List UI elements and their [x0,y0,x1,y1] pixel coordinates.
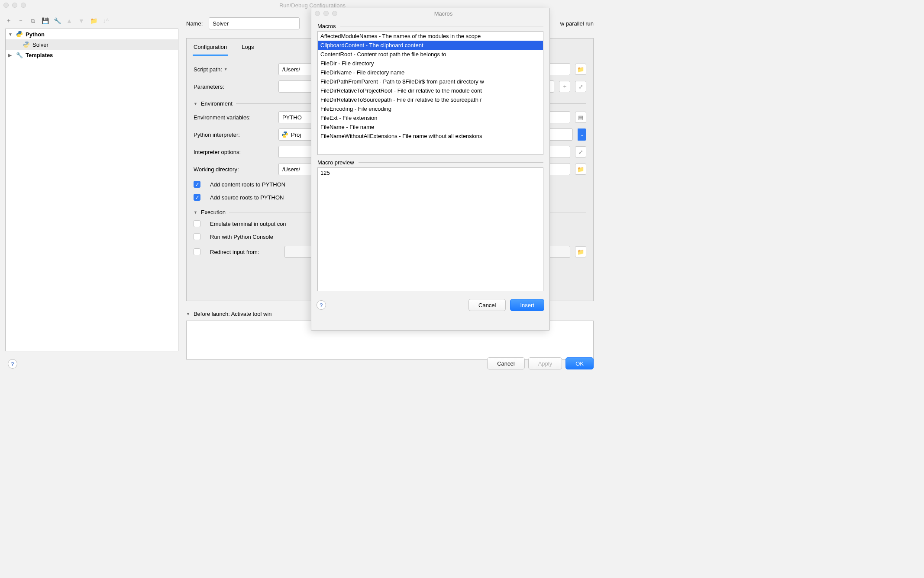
add-icon[interactable]: ＋ [5,17,12,24]
tree-node-solver[interactable]: Solver [6,39,178,50]
sort-icon[interactable]: ↓ᴬ [102,17,109,24]
redirect-label: Redirect input from: [210,249,279,255]
ok-button[interactable]: OK [565,357,594,369]
traffic-lights[interactable] [3,3,26,8]
workdir-label: Working directory: [194,166,273,173]
wrench-icon: 🔧 [16,52,23,58]
script-path-label: Script path: [194,66,222,73]
add-source-checkbox[interactable]: ✓ [194,194,200,201]
add-content-checkbox[interactable]: ✓ [194,181,200,188]
run-console-label: Run with Python Console [210,234,273,240]
copy-icon[interactable]: ⧉ [29,17,36,24]
tree-solver-label: Solver [32,42,48,48]
macro-preview: 125 [317,167,543,291]
up-icon[interactable]: ▲ [66,17,73,24]
macros-dialog: Macros Macros AffectedModuleNames - The … [311,8,550,331]
macro-item[interactable]: ContentRoot - Content root path the file… [318,50,543,59]
macro-item[interactable]: FileDir - File directory [318,59,543,68]
macro-item[interactable]: FileName - File name [318,122,543,132]
macro-item[interactable]: FileEncoding - File encoding [318,104,543,113]
svg-point-0 [18,32,19,32]
folder-icon[interactable]: 📁 [90,17,97,24]
chevron-down-icon: ▼ [186,312,190,316]
macro-preview-label: Macro preview [317,159,354,166]
add-macro-icon[interactable]: ＋ [559,81,570,92]
svg-point-1 [20,36,21,37]
chevron-down-icon: ▼ [224,67,228,71]
emulate-label: Emulate terminal in output con [210,221,286,227]
help-icon[interactable]: ? [317,300,326,310]
traffic-lights[interactable] [315,11,337,16]
tree-templates-label: Templates [26,52,53,58]
apply-button[interactable]: Apply [528,357,562,369]
tab-logs[interactable]: Logs [241,39,255,56]
add-content-label: Add content roots to PYTHON [210,181,285,188]
add-source-label: Add source roots to PYTHON [210,194,284,201]
macros-insert-button[interactable]: Insert [510,299,544,311]
macro-item[interactable]: FileExt - File extension [318,113,543,122]
expand-icon[interactable]: ⤢ [575,146,586,157]
wrench-icon[interactable]: 🔧 [54,17,61,24]
save-icon[interactable]: 💾 [42,17,48,24]
close-dot[interactable] [315,11,320,16]
close-dot[interactable] [3,3,9,8]
chevron-down-icon: ▼ [194,210,197,215]
emulate-checkbox[interactable] [194,220,200,227]
chevron-down-icon[interactable]: ▼ [8,32,13,37]
python-icon [23,41,30,48]
macros-title: Macros [337,10,549,17]
macros-list[interactable]: AffectedModuleNames - The names of the m… [317,31,543,155]
macro-item[interactable]: FileDirPathFromParent - Path to $FileDir… [318,77,543,86]
exec-header: Execution [201,209,226,215]
macro-item[interactable]: AffectedModuleNames - The names of the m… [318,32,543,41]
config-toolbar: ＋ － ⧉ 💾 🔧 ▲ ▼ 📁 ↓ᴬ [5,17,109,24]
run-console-checkbox[interactable] [194,233,200,240]
zoom-dot[interactable] [332,11,337,16]
main-dialog-buttons: Cancel Apply OK [487,357,594,369]
params-label: Parameters: [194,83,273,90]
name-input[interactable] [209,17,300,29]
python-icon [16,31,23,38]
down-icon[interactable]: ▼ [78,17,85,24]
tree-node-python[interactable]: ▼ Python [6,29,178,39]
macros-cancel-button[interactable]: Cancel [468,299,506,311]
min-dot[interactable] [12,3,17,8]
envvars-label: Environment variables: [194,114,273,121]
before-label: Before launch: Activate tool win [194,311,272,317]
envvars-edit-icon[interactable]: ▤ [575,112,586,123]
macros-titlebar: Macros [311,8,549,19]
name-label: Name: [186,20,203,27]
help-icon[interactable]: ? [8,359,17,369]
env-header: Environment [201,100,233,107]
config-tree[interactable]: ▼ Python Solver ▶ 🔧 Templates [5,29,178,351]
macro-item[interactable]: ClipboardContent - The clipboard content [318,41,543,50]
cancel-button[interactable]: Cancel [487,357,524,369]
allow-parallel-label[interactable]: w parallel run [560,20,594,27]
tab-configuration[interactable]: Configuration [193,39,228,56]
chevron-down-icon: ▼ [194,102,197,106]
macros-group-label: Macros [317,23,336,29]
tree-python-label: Python [26,31,45,38]
zoom-dot[interactable] [21,3,26,8]
interpreter-dropdown-icon[interactable]: ⌄ [578,128,586,141]
macro-item[interactable]: FileDirName - File directory name [318,68,543,77]
browse-folder-icon[interactable]: 📁 [575,246,586,257]
interp-label: Python interpreter: [194,132,273,138]
rule [340,26,543,26]
browse-folder-icon[interactable]: 📁 [575,64,586,75]
browse-folder-icon[interactable]: 📁 [575,164,586,175]
interp-opts-label: Interpreter options: [194,149,273,155]
rule [359,162,543,163]
expand-icon[interactable]: ⤢ [575,81,586,92]
macro-item[interactable]: FileNameWithoutAllExtensions - File name… [318,132,543,141]
redirect-checkbox[interactable] [194,248,200,255]
chevron-right-icon[interactable]: ▶ [8,53,13,58]
tree-node-templates[interactable]: ▶ 🔧 Templates [6,50,178,60]
remove-icon[interactable]: － [17,17,24,24]
macro-preview-value: 125 [320,170,330,176]
script-path-label-drop[interactable]: Script path: ▼ [194,66,273,73]
min-dot[interactable] [323,11,329,16]
python-icon [281,131,288,138]
macro-item[interactable]: FileDirRelativeToProjectRoot - File dir … [318,86,543,95]
macro-item[interactable]: FileDirRelativeToSourcepath - File dir r… [318,95,543,104]
